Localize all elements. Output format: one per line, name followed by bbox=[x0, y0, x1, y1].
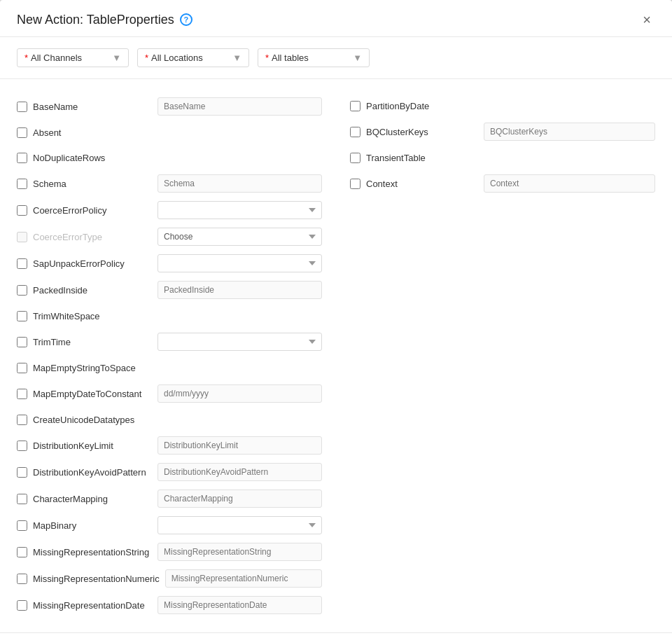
input-bqclusterkeys[interactable] bbox=[484, 123, 655, 141]
field-row-distributionkeylimit: DistributionKeyLimit bbox=[17, 432, 322, 459]
input-distributionkeyavoidpattern[interactable] bbox=[158, 463, 322, 481]
label-missingrepresentationdate: MissingRepresentationDate bbox=[33, 600, 152, 611]
checkbox-mapemptydatetoconstant[interactable] bbox=[17, 389, 27, 399]
field-row-coerceerrortype: CoerceErrorType Choose bbox=[17, 223, 322, 250]
input-schema[interactable] bbox=[158, 174, 322, 193]
input-missingrepresentationdate[interactable] bbox=[158, 596, 322, 614]
label-trimwhitespace: TrimWhiteSpace bbox=[33, 311, 152, 321]
input-missingrepresentationstring[interactable] bbox=[158, 543, 322, 561]
help-icon[interactable]: ? bbox=[180, 13, 192, 26]
label-basename: BaseName bbox=[33, 102, 152, 112]
checkbox-coerceerrorpolicy[interactable] bbox=[17, 205, 27, 216]
field-row-missingrepresentationnumeric: MissingRepresentationNumeric bbox=[17, 565, 322, 592]
label-charactermapping: CharacterMapping bbox=[33, 494, 152, 504]
label-createunicodedatatypes: CreateUnicodeDatatypes bbox=[33, 415, 152, 425]
label-missingrepresentationstring: MissingRepresentationString bbox=[33, 547, 152, 557]
checkbox-mapemptystringtospace[interactable] bbox=[17, 363, 27, 373]
input-basename[interactable] bbox=[158, 97, 322, 116]
label-noduplicaterows: NoDuplicateRows bbox=[33, 153, 152, 163]
checkbox-createunicodedatatypes[interactable] bbox=[17, 415, 27, 425]
field-row-schema: Schema bbox=[17, 170, 322, 197]
checkbox-distributionkeylimit[interactable] bbox=[17, 441, 27, 451]
field-row-trimtime: TrimTime bbox=[17, 328, 322, 355]
label-mapemptydatetoconstant: MapEmptyDateToConstant bbox=[33, 389, 152, 399]
checkbox-context[interactable] bbox=[350, 179, 360, 189]
channels-filter[interactable]: *All Channels ▼ bbox=[17, 48, 129, 67]
field-row-transienttable: TransientTable bbox=[350, 145, 655, 170]
checkbox-charactermapping[interactable] bbox=[17, 494, 27, 504]
field-row-createunicodedatatypes: CreateUnicodeDatatypes bbox=[17, 407, 322, 432]
label-mapemptystringtospace: MapEmptyStringToSpace bbox=[33, 363, 152, 373]
select-coerceerrorpolicy[interactable] bbox=[158, 201, 322, 219]
input-packedinside[interactable] bbox=[158, 281, 322, 299]
checkbox-mapbinary[interactable] bbox=[17, 520, 27, 531]
field-row-missingrepresentationstring: MissingRepresentationString bbox=[17, 539, 322, 565]
dialog-container: New Action: TableProperties ? × *All Cha… bbox=[0, 0, 672, 638]
field-row-bqclusterkeys: BQClusterKeys bbox=[350, 118, 655, 145]
checkbox-noduplicaterows[interactable] bbox=[17, 153, 27, 163]
label-coerceerrorpolicy: CoerceErrorPolicy bbox=[33, 205, 152, 216]
checkbox-distributionkeyavoidpattern[interactable] bbox=[17, 467, 27, 478]
field-row-charactermapping: CharacterMapping bbox=[17, 485, 322, 512]
field-row-partitionbydate: PartitionByDate bbox=[350, 93, 655, 118]
checkbox-transienttable[interactable] bbox=[350, 153, 360, 163]
label-packedinside: PackedInside bbox=[33, 285, 152, 296]
field-row-distributionkeyavoidpattern: DistributionKeyAvoidPattern bbox=[17, 459, 322, 485]
right-column: PartitionByDate BQClusterKeys TransientT… bbox=[350, 93, 655, 618]
checkbox-absent[interactable] bbox=[17, 127, 27, 138]
label-mapbinary: MapBinary bbox=[33, 520, 152, 531]
checkbox-packedinside[interactable] bbox=[17, 285, 27, 296]
input-charactermapping[interactable] bbox=[158, 490, 322, 508]
checkbox-sapunpackerrorpolicy[interactable] bbox=[17, 258, 27, 269]
label-missingrepresentationnumeric: MissingRepresentationNumeric bbox=[33, 574, 160, 584]
select-mapbinary[interactable] bbox=[158, 516, 322, 534]
dialog-footer: Regular Text Cancel Save bbox=[0, 632, 672, 638]
checkbox-bqclusterkeys[interactable] bbox=[350, 127, 360, 137]
locations-filter[interactable]: *All Locations ▼ bbox=[137, 48, 249, 67]
field-row-mapbinary: MapBinary bbox=[17, 512, 322, 539]
checkbox-trimwhitespace[interactable] bbox=[17, 311, 27, 321]
title-text: New Action: TableProperties bbox=[17, 13, 174, 27]
checkbox-partitionbydate[interactable] bbox=[350, 101, 360, 111]
dialog-header: New Action: TableProperties ? × bbox=[0, 0, 672, 37]
label-distributionkeylimit: DistributionKeyLimit bbox=[33, 441, 152, 451]
field-row-absent: Absent bbox=[17, 120, 322, 145]
checkbox-trimtime[interactable] bbox=[17, 337, 27, 347]
field-row-basename: BaseName bbox=[17, 93, 322, 120]
label-distributionkeyavoidpattern: DistributionKeyAvoidPattern bbox=[33, 467, 152, 478]
checkbox-schema[interactable] bbox=[17, 179, 27, 189]
input-distributionkeylimit[interactable] bbox=[158, 436, 322, 455]
checkbox-missingrepresentationdate[interactable] bbox=[17, 600, 27, 611]
tables-filter[interactable]: *All tables ▼ bbox=[258, 48, 370, 67]
label-transienttable: TransientTable bbox=[366, 153, 478, 163]
label-absent: Absent bbox=[33, 127, 152, 138]
left-column: BaseName Absent NoDuplicateRows bbox=[17, 93, 322, 618]
label-coerceerrortype: CoerceErrorType bbox=[33, 232, 152, 242]
field-row-packedinside: PackedInside bbox=[17, 277, 322, 303]
label-bqclusterkeys: BQClusterKeys bbox=[366, 127, 478, 137]
checkbox-coerceerrortype[interactable] bbox=[17, 232, 27, 242]
dialog-body: BaseName Absent NoDuplicateRows bbox=[0, 79, 672, 632]
label-partitionbydate: PartitionByDate bbox=[366, 101, 478, 111]
select-coerceerrortype[interactable]: Choose bbox=[158, 228, 322, 246]
label-context: Context bbox=[366, 179, 478, 189]
field-row-sapunpackerrorpolicy: SapUnpackErrorPolicy bbox=[17, 250, 322, 277]
checkbox-missingrepresentationnumeric[interactable] bbox=[17, 574, 27, 584]
input-context[interactable] bbox=[484, 174, 655, 193]
label-trimtime: TrimTime bbox=[33, 337, 152, 347]
field-row-missingrepresentationdate: MissingRepresentationDate bbox=[17, 592, 322, 618]
select-sapunpackerrorpolicy[interactable] bbox=[158, 254, 322, 272]
input-missingrepresentationnumeric[interactable] bbox=[165, 569, 322, 588]
filter-bar: *All Channels ▼ *All Locations ▼ *All ta… bbox=[0, 37, 672, 79]
select-trimtime[interactable] bbox=[158, 333, 322, 351]
checkbox-basename[interactable] bbox=[17, 102, 27, 112]
input-mapemptydatetoconstant[interactable] bbox=[158, 384, 322, 403]
field-row-context: Context bbox=[350, 170, 655, 197]
checkbox-missingrepresentationstring[interactable] bbox=[17, 547, 27, 557]
field-row-coerceerrorpolicy: CoerceErrorPolicy bbox=[17, 197, 322, 223]
label-sapunpackerrorpolicy: SapUnpackErrorPolicy bbox=[33, 258, 152, 269]
close-button[interactable]: × bbox=[638, 11, 655, 28]
field-row-mapemptystringtospace: MapEmptyStringToSpace bbox=[17, 355, 322, 380]
label-schema: Schema bbox=[33, 179, 152, 189]
field-row-mapemptydatetoconstant: MapEmptyDateToConstant bbox=[17, 380, 322, 407]
